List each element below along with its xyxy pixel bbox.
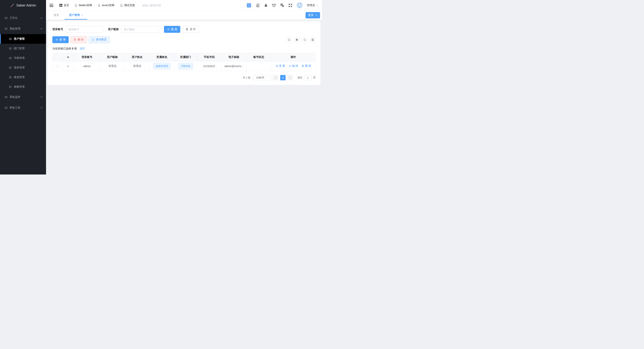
view-icon	[276, 64, 278, 67]
list-icon	[4, 16, 8, 20]
toolbar-row: 新 增 删 除 密码重置	[52, 36, 316, 43]
select-all-checkbox[interactable]	[56, 56, 59, 59]
cell-nickname: 管理员	[100, 61, 125, 71]
tabs-more-button[interactable]: 更多	[306, 12, 320, 18]
tab-user-mgmt[interactable]: 用户管理 ×	[64, 11, 88, 20]
sidebar-item-label: 研发工具	[10, 106, 40, 110]
theme-color-picker[interactable]	[246, 2, 252, 8]
dept-tag: 刀锋科技	[178, 63, 193, 70]
user-menu[interactable]: 管理员	[307, 4, 318, 7]
chevron-down-icon	[40, 106, 43, 109]
sidebar-item-role-mgmt[interactable]: 角色管理	[0, 72, 46, 82]
sidebar-item-label: 角色管理	[14, 76, 24, 79]
chevron-down-icon	[316, 4, 318, 6]
reset-password-label: 密码重置	[96, 38, 107, 42]
col-status: 账号状态	[246, 53, 271, 61]
topnav-item-bladex[interactable]: bladex官网	[74, 4, 92, 7]
page-number-button[interactable]: 1	[280, 75, 286, 80]
reset-password-button[interactable]: 密码重置	[89, 36, 110, 43]
column-settings-button[interactable]	[294, 37, 300, 43]
search-button[interactable]: 搜 索	[164, 26, 180, 33]
svg-text:A: A	[282, 5, 284, 7]
cell-account: admin	[74, 61, 100, 71]
table-header-row: # 登录账号 用户昵称 用户姓名 所属角色 所属部门 手机号码 电子邮箱 账号状…	[52, 53, 316, 61]
global-search-input[interactable]	[142, 4, 175, 7]
list-icon	[9, 85, 12, 88]
trash-icon	[302, 64, 304, 67]
app-logo: Saber Admin	[0, 0, 46, 11]
table-view-button[interactable]	[310, 37, 316, 43]
header-select-all	[52, 53, 62, 61]
prev-page-button[interactable]	[273, 75, 278, 80]
col-name: 用户姓名	[125, 53, 150, 61]
col-role: 所属角色	[150, 53, 174, 61]
view-link[interactable]: 查 看	[276, 64, 285, 68]
sidebar-item-param-mgmt[interactable]: 参数管理	[0, 82, 46, 92]
debug-tool-icon[interactable]	[256, 4, 260, 7]
tab-home[interactable]: 首页	[49, 11, 64, 20]
row-checkbox[interactable]	[56, 65, 59, 68]
chevron-right-icon	[289, 76, 291, 79]
chevron-left-icon	[274, 76, 277, 79]
refresh-icon	[288, 38, 290, 41]
user-avatar[interactable]	[296, 2, 303, 8]
refresh-table-button[interactable]	[286, 37, 292, 43]
cell-name: 管理员	[125, 61, 150, 71]
topnav-item-avuex[interactable]: avuex官网	[98, 4, 114, 7]
document-list-icon	[311, 38, 314, 41]
sidebar-item-label: 工作台	[10, 16, 40, 20]
add-button[interactable]: 新 增	[52, 36, 69, 43]
sidebar-item-devtools[interactable]: 研发工具	[0, 102, 46, 113]
sidebar-item-workbench[interactable]: 工作台	[0, 13, 46, 24]
toggle-search-button[interactable]	[302, 37, 308, 43]
selection-text-before: 当前表格已选择	[52, 47, 71, 50]
account-input[interactable]	[66, 26, 103, 33]
cell-select	[52, 61, 62, 71]
pagination: 共 1 条 10条/页 1 前往 页	[52, 75, 316, 80]
users-table: # 登录账号 用户昵称 用户姓名 所属角色 所属部门 手机号码 电子邮箱 账号状…	[52, 53, 316, 71]
grid-icon	[60, 4, 62, 7]
col-account: 登录账号	[74, 53, 100, 61]
nickname-input[interactable]	[121, 26, 158, 33]
list-icon	[9, 47, 12, 50]
saber-sword-icon	[10, 3, 14, 8]
sidebar-item-user-mgmt[interactable]: 用户管理	[0, 34, 46, 44]
clear-filters-button[interactable]: 清 空	[182, 26, 199, 33]
collapse-menu-icon[interactable]	[50, 4, 53, 7]
translate-icon[interactable]: A	[280, 3, 284, 7]
edit-link[interactable]: 编 辑	[289, 64, 298, 68]
plus-icon	[56, 38, 58, 41]
cell-dept: 刀锋科技	[174, 61, 197, 71]
lock-icon[interactable]	[264, 4, 268, 7]
sidebar-item-monitor[interactable]: 系统监控	[0, 92, 46, 102]
delete-link[interactable]: 删 除	[302, 64, 311, 68]
goto-page-input[interactable]	[304, 75, 312, 80]
selection-text-after: 项	[74, 47, 77, 50]
sidebar-item-dict-mgmt[interactable]: 字典管理	[0, 53, 46, 63]
selection-info: 当前表格已选择 0 项 清空	[52, 47, 316, 50]
edit-pencil-icon	[289, 64, 291, 67]
sidebar-item-dept-mgmt[interactable]: 部门管理	[0, 44, 46, 53]
clear-label: 清 空	[190, 28, 196, 31]
search-icon	[304, 38, 306, 41]
account-label: 登录账号	[52, 28, 63, 31]
list-icon	[9, 38, 12, 40]
cell-index: 1	[62, 61, 74, 71]
list-icon	[4, 27, 8, 30]
topnav-item-test-page[interactable]: 测试页面	[120, 4, 135, 7]
theme-tshirt-icon[interactable]	[272, 3, 276, 7]
page-size-select[interactable]: 10条/页	[253, 75, 271, 80]
delete-button[interactable]: 删 除	[70, 36, 87, 43]
chevron-down-icon	[40, 16, 43, 20]
main-area: 首页 bladex官网 avuex官网 测试页面	[46, 0, 322, 174]
fullscreen-icon[interactable]	[288, 4, 292, 7]
next-page-button[interactable]	[288, 75, 293, 80]
grid-icon	[296, 38, 298, 41]
document-icon	[120, 4, 123, 7]
close-icon[interactable]: ×	[81, 14, 83, 16]
sidebar-menu: 工作台 系统管理 用户管理 部门管理 字典管理 菜	[0, 11, 46, 174]
topnav-item-home[interactable]: 首页	[60, 4, 69, 7]
sidebar-item-menu-mgmt[interactable]: 菜单管理	[0, 63, 46, 72]
clear-selection-link[interactable]: 清空	[80, 47, 85, 50]
sidebar-item-system[interactable]: 系统管理	[0, 24, 46, 34]
